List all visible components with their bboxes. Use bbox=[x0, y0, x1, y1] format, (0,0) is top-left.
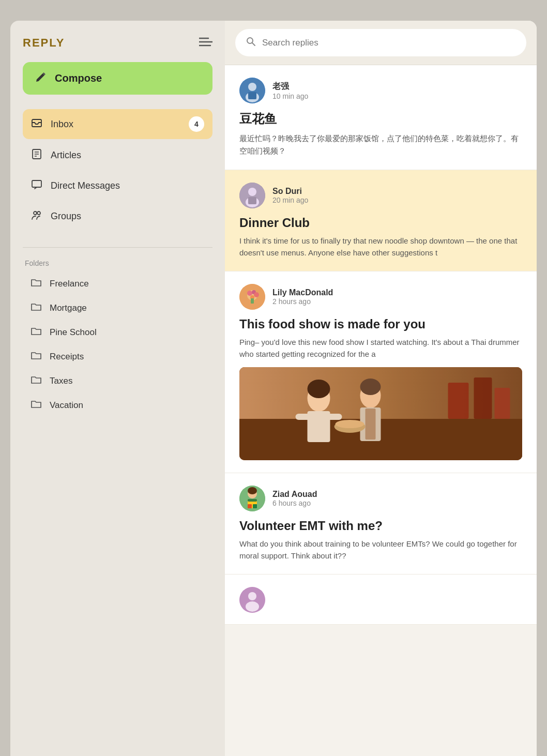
svg-rect-3 bbox=[32, 119, 41, 127]
folders-section: Folders Freelance Mortgage bbox=[23, 259, 212, 417]
svg-point-48 bbox=[248, 487, 257, 494]
inbox-label: Inbox bbox=[51, 119, 73, 130]
sender-name: Ziad Aouad bbox=[272, 490, 317, 499]
message-card-partial[interactable] bbox=[225, 574, 537, 625]
svg-point-14 bbox=[248, 83, 256, 91]
search-icon bbox=[246, 36, 256, 49]
main-content: 老强 10 min ago 豆花鱼 最近忙吗？昨晚我去了你最爱的那家饭馆，点了他… bbox=[225, 21, 537, 756]
app-logo: REPLY bbox=[23, 36, 65, 50]
avatar bbox=[239, 183, 265, 208]
message-card[interactable]: Lily MacDonald 2 hours ago This food sho… bbox=[225, 271, 537, 473]
message-preview: Ping– you'd love this new food show I st… bbox=[239, 337, 522, 360]
svg-rect-27 bbox=[251, 298, 254, 304]
folder-icon bbox=[31, 375, 41, 387]
message-preview: I think it's time for us to finally try … bbox=[239, 235, 522, 259]
svg-rect-45 bbox=[239, 367, 522, 460]
svg-rect-51 bbox=[248, 504, 252, 508]
time-ago: 20 min ago bbox=[272, 196, 308, 204]
search-input-wrapper[interactable] bbox=[235, 29, 526, 56]
sidebar-item-inbox[interactable]: Inbox 4 bbox=[23, 109, 212, 139]
folder-receipts[interactable]: Receipts bbox=[23, 344, 212, 369]
folder-vacation[interactable]: Vacation bbox=[23, 393, 212, 417]
folder-freelance-label: Freelance bbox=[50, 279, 89, 289]
folder-pine-school-label: Pine School bbox=[50, 327, 97, 338]
folder-icon bbox=[31, 302, 41, 314]
sender-info: Lily MacDonald 2 hours ago bbox=[272, 288, 333, 306]
svg-rect-52 bbox=[253, 504, 257, 508]
inbox-badge: 4 bbox=[189, 116, 204, 132]
svg-point-9 bbox=[34, 211, 37, 215]
search-input[interactable] bbox=[262, 38, 516, 48]
menu-icon[interactable] bbox=[199, 37, 212, 49]
svg-point-55 bbox=[246, 601, 259, 612]
message-subject: 豆花鱼 bbox=[239, 111, 522, 127]
groups-label: Groups bbox=[51, 211, 81, 222]
avatar bbox=[239, 78, 265, 103]
pencil-icon bbox=[35, 71, 47, 85]
message-card[interactable]: So Duri 20 min ago Dinner Club I think i… bbox=[225, 170, 537, 271]
message-image bbox=[239, 367, 522, 460]
sidebar-item-groups[interactable]: Groups bbox=[23, 202, 212, 231]
app-container: REPLY Compose bbox=[10, 21, 537, 756]
messages-list: 老强 10 min ago 豆花鱼 最近忙吗？昨晚我去了你最爱的那家饭馆，点了他… bbox=[225, 65, 537, 756]
time-ago: 2 hours ago bbox=[272, 297, 333, 306]
message-subject: This food show is made for you bbox=[239, 317, 522, 331]
svg-point-25 bbox=[254, 292, 259, 297]
articles-label: Articles bbox=[51, 150, 81, 161]
svg-point-10 bbox=[37, 211, 40, 215]
groups-icon bbox=[31, 209, 42, 223]
folder-pine-school[interactable]: Pine School bbox=[23, 320, 212, 344]
folder-taxes-label: Taxes bbox=[50, 376, 72, 386]
sender-name: So Duri bbox=[272, 187, 308, 196]
time-ago: 10 min ago bbox=[272, 92, 308, 100]
message-header: Lily MacDonald 2 hours ago bbox=[239, 284, 522, 310]
svg-rect-20 bbox=[248, 197, 256, 204]
folder-freelance[interactable]: Freelance bbox=[23, 271, 212, 296]
message-header: 老强 10 min ago bbox=[239, 78, 522, 103]
message-subject: Volunteer EMT with me? bbox=[239, 519, 522, 533]
sender-name: 老强 bbox=[272, 81, 308, 92]
avatar bbox=[239, 587, 265, 613]
message-header: Ziad Aouad 6 hours ago bbox=[239, 486, 522, 511]
nav-items: Inbox 4 Articles bbox=[23, 109, 212, 231]
sender-info: So Duri 20 min ago bbox=[272, 187, 308, 204]
compose-label: Compose bbox=[55, 72, 102, 84]
folder-icon bbox=[31, 326, 41, 338]
folder-vacation-label: Vacation bbox=[50, 400, 83, 411]
svg-point-18 bbox=[248, 188, 256, 196]
message-header bbox=[239, 587, 522, 613]
search-bar bbox=[225, 21, 537, 65]
sender-info: 老强 10 min ago bbox=[272, 81, 308, 100]
svg-point-23 bbox=[247, 291, 252, 296]
divider bbox=[23, 247, 212, 248]
inbox-icon bbox=[31, 117, 42, 131]
articles-icon bbox=[31, 148, 42, 162]
sidebar-item-articles[interactable]: Articles bbox=[23, 141, 212, 170]
sender-info: Ziad Aouad 6 hours ago bbox=[272, 490, 317, 507]
folder-taxes[interactable]: Taxes bbox=[23, 369, 212, 393]
time-ago: 6 hours ago bbox=[272, 499, 317, 507]
svg-rect-8 bbox=[32, 180, 41, 187]
folder-mortgage-label: Mortgage bbox=[50, 303, 87, 313]
message-preview: 最近忙吗？昨晚我去了你最爱的那家饭馆，点了他们的特色菜，吃着就想你了。有空咱们视… bbox=[239, 132, 522, 157]
direct-messages-label: Direct Messages bbox=[51, 180, 120, 191]
folder-receipts-label: Receipts bbox=[50, 352, 84, 362]
folder-icon bbox=[31, 399, 41, 411]
direct-messages-icon bbox=[31, 179, 42, 193]
svg-rect-50 bbox=[248, 499, 257, 502]
svg-line-12 bbox=[252, 43, 255, 46]
folder-icon bbox=[31, 278, 41, 290]
svg-rect-16 bbox=[248, 92, 256, 99]
svg-point-54 bbox=[248, 592, 256, 600]
avatar bbox=[239, 486, 265, 511]
message-preview: What do you think about training to be v… bbox=[239, 538, 522, 562]
folder-mortgage[interactable]: Mortgage bbox=[23, 296, 212, 320]
message-card[interactable]: 老强 10 min ago 豆花鱼 最近忙吗？昨晚我去了你最爱的那家饭馆，点了他… bbox=[225, 65, 537, 170]
sidebar-item-direct-messages[interactable]: Direct Messages bbox=[23, 172, 212, 200]
folders-label: Folders bbox=[23, 259, 212, 267]
compose-button[interactable]: Compose bbox=[23, 62, 212, 95]
folder-icon bbox=[31, 351, 41, 362]
sidebar-header: REPLY bbox=[23, 36, 212, 50]
message-card[interactable]: Ziad Aouad 6 hours ago Volunteer EMT wit… bbox=[225, 473, 537, 574]
message-header: So Duri 20 min ago bbox=[239, 183, 522, 208]
